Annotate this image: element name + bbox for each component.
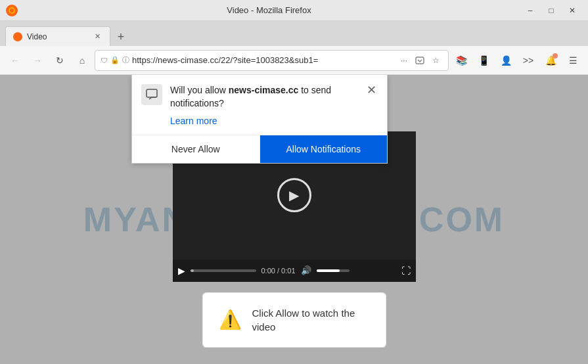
- warning-box: ⚠️ Click Allow to watch the video: [202, 292, 386, 348]
- url-text: https://news-cimase.cc/22/?site=1003823&…: [132, 55, 394, 65]
- notification-popup: Will you allow news-cimase.cc to send no…: [131, 75, 388, 164]
- fullscreen-button[interactable]: ⛶: [401, 265, 411, 276]
- nav-bar: ← → ↻ ⌂ 🛡 🔒 ⓘ https://news-cimase.cc/22/…: [0, 46, 588, 75]
- tab-favicon-icon: [12, 32, 23, 42]
- video-play-button[interactable]: ▶: [178, 265, 185, 276]
- firefox-logo-icon: [5, 4, 18, 17]
- notification-actions: Never Allow Allow Notifications: [132, 135, 387, 163]
- reload-icon: ↻: [56, 55, 64, 66]
- minimize-button[interactable]: –: [520, 3, 541, 18]
- video-progress-fill: [191, 269, 194, 272]
- notification-bell-button[interactable]: 🔔: [541, 51, 560, 70]
- svg-rect-4: [416, 57, 424, 64]
- content-area: MYANTISPYWARE.COM Will you allow news-ci…: [0, 75, 588, 364]
- shield-icon: 🛡: [101, 57, 108, 64]
- home-icon: ⌂: [79, 55, 85, 66]
- svg-rect-5: [147, 89, 157, 97]
- back-icon: ←: [11, 55, 20, 66]
- synced-tabs-icon: 📱: [478, 55, 489, 66]
- pocket-icon: [415, 55, 425, 66]
- more-tools-icon: >>: [523, 55, 533, 66]
- notification-site: news-cimase.cc: [229, 85, 299, 95]
- container-button[interactable]: 👤: [496, 51, 516, 70]
- warning-text: Click Allow to watch the video: [252, 306, 370, 334]
- window-title: Video - Mozilla Firefox: [18, 5, 520, 15]
- url-more-button[interactable]: ···: [397, 53, 411, 68]
- close-button[interactable]: ✕: [562, 3, 583, 18]
- browser-window: Video - Mozilla Firefox – □ ✕ Video ✕ + …: [0, 0, 588, 364]
- active-tab[interactable]: Video ✕: [5, 26, 110, 46]
- video-progress-bar[interactable]: [191, 269, 256, 272]
- warning-icon: ⚠️: [219, 309, 242, 330]
- url-actions: ··· ☆: [397, 53, 443, 68]
- bookmark-button[interactable]: ☆: [428, 53, 443, 68]
- window-controls: – □ ✕: [520, 3, 583, 18]
- lock-icon: 🔒: [110, 56, 120, 64]
- maximize-button[interactable]: □: [541, 3, 562, 18]
- synced-tabs-button[interactable]: 📱: [474, 51, 493, 70]
- play-button[interactable]: ▶: [277, 178, 311, 212]
- play-icon: ▶: [289, 187, 299, 203]
- back-button[interactable]: ←: [5, 51, 25, 70]
- volume-icon: 🔊: [301, 265, 311, 275]
- notification-chat-icon: [141, 84, 162, 105]
- never-allow-button[interactable]: Never Allow: [132, 135, 260, 163]
- notification-learn-more: Learn more: [132, 115, 387, 135]
- pocket-button[interactable]: [413, 53, 427, 68]
- allow-notifications-button[interactable]: Allow Notifications: [260, 135, 388, 163]
- hamburger-icon: ☰: [569, 55, 577, 66]
- svg-point-3: [13, 32, 22, 41]
- library-button[interactable]: 📚: [451, 51, 471, 70]
- tab-close-button[interactable]: ✕: [91, 31, 103, 43]
- title-bar: Video - Mozilla Firefox – □ ✕: [0, 0, 588, 21]
- hamburger-menu-button[interactable]: ☰: [563, 51, 583, 70]
- more-tools-button[interactable]: >>: [518, 51, 538, 70]
- title-bar-left: [5, 4, 18, 17]
- forward-icon: →: [33, 55, 42, 66]
- notification-close-button[interactable]: ✕: [365, 84, 378, 96]
- notification-header: Will you allow news-cimase.cc to send no…: [132, 75, 387, 115]
- volume-slider[interactable]: [317, 269, 350, 272]
- home-button[interactable]: ⌂: [72, 51, 92, 70]
- volume-fill: [317, 269, 340, 272]
- tab-label: Video: [27, 32, 87, 41]
- video-controls: ▶ 0:00 / 0:01 🔊 ⛶: [173, 260, 416, 282]
- container-icon: 👤: [501, 55, 512, 66]
- url-bar[interactable]: 🛡 🔒 ⓘ https://news-cimase.cc/22/?site=10…: [95, 50, 449, 71]
- video-time: 0:00 / 0:01: [261, 267, 296, 275]
- svg-point-2: [10, 9, 14, 12]
- reload-button[interactable]: ↻: [50, 51, 70, 70]
- forward-button[interactable]: →: [28, 51, 47, 70]
- tab-bar: Video ✕ +: [0, 21, 588, 46]
- notification-text: Will you allow news-cimase.cc to send no…: [170, 84, 357, 110]
- learn-more-link[interactable]: Learn more: [170, 116, 217, 126]
- new-tab-button[interactable]: +: [112, 28, 130, 46]
- library-icon: 📚: [456, 55, 467, 66]
- notification-dot: [553, 53, 558, 58]
- info-icon: ⓘ: [122, 55, 129, 65]
- notification-message: Will you allow news-cimase.cc to send no…: [170, 85, 331, 108]
